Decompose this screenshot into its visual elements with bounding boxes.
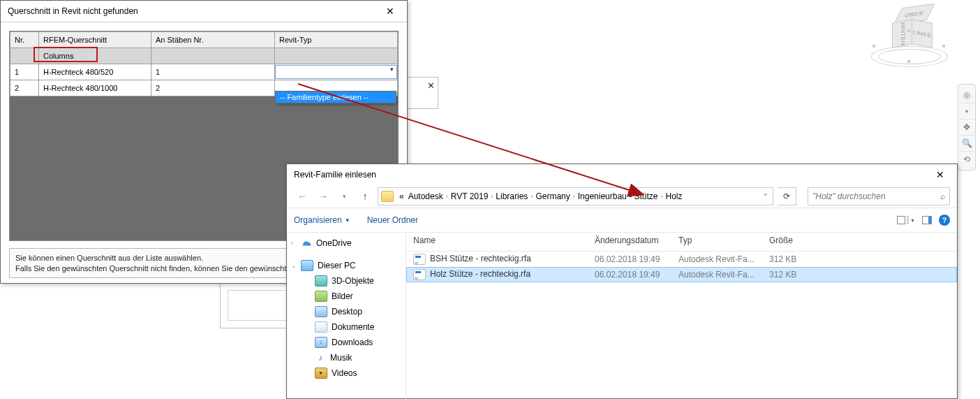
tree-item-desktop[interactable]: Desktop (287, 304, 406, 319)
tree-item-documents[interactable]: Dokumente (287, 319, 406, 335)
file-name: Holz Stütze - rechteckig.rfa (430, 269, 530, 279)
file-size: 312 KB (762, 267, 825, 282)
breadcrumb[interactable]: Libraries (494, 191, 529, 201)
group-label: Columns (39, 48, 151, 64)
search-input[interactable]: "Holz" durchsuchen ⌕ (808, 187, 950, 205)
tree-item-3d-objects[interactable]: 3D-Objekte (287, 273, 406, 289)
table-row[interactable]: 1 H-Rechteck 480/520 1 ▾ (10, 64, 398, 80)
refresh-button[interactable]: ⟳ (778, 187, 796, 205)
orbit-icon[interactable]: ⟲ (958, 152, 975, 167)
revit-type-select[interactable]: ▾ (275, 65, 397, 79)
address-dropdown-icon[interactable]: ˅ (764, 193, 770, 201)
col-header-date[interactable]: Änderungsdatum (588, 233, 671, 251)
nav-history-chevron-icon[interactable]: ▾ (336, 188, 352, 205)
viewcube-side[interactable]: LINKS (912, 19, 933, 48)
chevron-right-icon[interactable]: › (660, 193, 662, 200)
breadcrumb[interactable]: « (398, 191, 406, 201)
col-header-nr[interactable]: Nr. (10, 32, 39, 48)
viewcube-top[interactable]: OBEN (894, 3, 935, 24)
zoom-icon[interactable]: 🔍 (958, 136, 975, 152)
cell-nr: 2 (10, 80, 39, 96)
preview-pane-button[interactable] (922, 216, 932, 224)
view-mode-button[interactable]: ▼ (897, 216, 915, 224)
cell-stab: 1 (151, 64, 275, 80)
tree-label: Downloads (332, 338, 373, 347)
tree-label: Bilder (332, 291, 353, 301)
music-icon: ♪ (315, 353, 326, 363)
viewport-toolbar: ◎ ▼ ✥ 🔍 ⟲ (958, 84, 976, 171)
cube-icon (315, 275, 327, 286)
col-header-name[interactable]: Name (406, 233, 588, 251)
organize-menu[interactable]: Organisieren▼ (294, 215, 350, 225)
cell-rfem: H-Rechteck 480/1000 (39, 80, 151, 96)
chevron-down-icon: ▾ (390, 66, 396, 73)
tree-label: Dieser PC (318, 261, 356, 270)
dialog-titlebar[interactable]: Querschnitt in Revit nicht gefunden ✕ (1, 1, 407, 22)
breadcrumb[interactable]: RVT 2019 (450, 191, 490, 201)
tree-item-music[interactable]: ♪ Musik (287, 350, 406, 365)
col-header-rfem[interactable]: RFEM-Querschnitt (39, 32, 151, 48)
cell-stab: 2 (151, 80, 275, 96)
tree-label: Musik (330, 353, 352, 363)
file-row[interactable]: Holz Stütze - rechteckig.rfa 06.02.2018 … (406, 267, 957, 282)
video-icon (315, 368, 327, 379)
chevron-right-icon[interactable]: › (491, 193, 493, 200)
tree-item-downloads[interactable]: Downloads (287, 335, 406, 350)
col-header-revit[interactable]: Revit-Typ (275, 32, 398, 48)
tree-label: OneDrive (316, 238, 352, 248)
tree-label: Videos (332, 368, 357, 378)
col-header-type[interactable]: Typ (671, 233, 762, 251)
help-button[interactable]: ? (939, 215, 950, 226)
nav-forward-button: → (315, 188, 332, 205)
col-header-size[interactable]: Größe (762, 233, 825, 251)
group-row[interactable]: Columns (10, 48, 398, 64)
file-row[interactable]: BSH Stütze - rechteckig.rfa 06.02.2018 1… (406, 252, 957, 267)
close-button[interactable]: ✕ (925, 165, 956, 184)
rfa-file-icon (413, 269, 426, 280)
tree-item-this-pc[interactable]: ⌄ Dieser PC (287, 258, 406, 273)
pictures-icon (315, 291, 327, 302)
file-date: 06.02.2018 19:49 (588, 267, 671, 282)
address-bar[interactable]: « Autodesk › RVT 2019 › Libraries › Germ… (378, 187, 773, 205)
toolbar-chevron-icon[interactable]: ▼ (958, 103, 975, 119)
chevron-right-icon[interactable]: › (573, 193, 575, 200)
new-folder-button[interactable]: Neuer Ordner (367, 215, 418, 225)
viewcube[interactable]: OBEN HINTEN LINKS (871, 4, 948, 67)
pan-icon[interactable]: ✥ (958, 119, 975, 136)
tree-label: Desktop (332, 307, 362, 317)
rfa-file-icon (413, 254, 426, 265)
chevron-right-icon[interactable]: › (530, 193, 533, 200)
cell-rfem: H-Rechteck 480/520 (39, 64, 151, 80)
tree-item-onedrive[interactable]: › OneDrive (287, 235, 406, 251)
expand-icon[interactable]: ⌄ (291, 262, 297, 269)
dialog-title: Querschnitt in Revit nicht gefunden (8, 6, 375, 16)
dropdown-item-load-family[interactable]: -- Familientype einlesen -- (276, 92, 396, 103)
nav-back-button[interactable]: ← (294, 188, 311, 205)
breadcrumb[interactable]: Germany (534, 191, 571, 201)
search-placeholder: "Holz" durchsuchen (812, 191, 940, 201)
cell-nr: 1 (10, 64, 39, 80)
chevron-down-icon: ▼ (345, 217, 350, 224)
onedrive-icon (301, 238, 312, 248)
close-icon[interactable]: ✕ (427, 80, 435, 91)
search-icon[interactable]: ⌕ (940, 191, 945, 201)
breadcrumb[interactable]: Ingenieurbau - Stütze (577, 191, 660, 201)
dialog-titlebar[interactable]: Revit-Familie einlesen ✕ (287, 164, 957, 185)
breadcrumb[interactable]: Autodesk (407, 191, 445, 201)
close-button[interactable]: ✕ (375, 1, 406, 21)
nav-up-button[interactable]: ↑ (357, 188, 373, 205)
steering-wheel-icon[interactable]: ◎ (958, 87, 975, 103)
tree-item-videos[interactable]: Videos (287, 365, 406, 381)
tree-item-pictures[interactable]: Bilder (287, 289, 406, 304)
file-size: 312 KB (762, 252, 825, 267)
file-list: Name Änderungsdatum Typ Größe BSH Stütze… (406, 233, 957, 399)
documents-icon (315, 321, 327, 333)
pc-icon (301, 260, 313, 271)
col-header-stab[interactable]: An Stäben Nr. (151, 32, 275, 48)
expand-icon[interactable]: › (291, 240, 293, 247)
tree-label: Dokumente (332, 322, 374, 332)
file-type: Autodesk Revit-Fa... (671, 267, 762, 282)
breadcrumb[interactable]: Holz (664, 191, 683, 201)
chevron-right-icon[interactable]: › (446, 193, 448, 200)
viewcube-front[interactable]: HINTEN (892, 19, 913, 48)
